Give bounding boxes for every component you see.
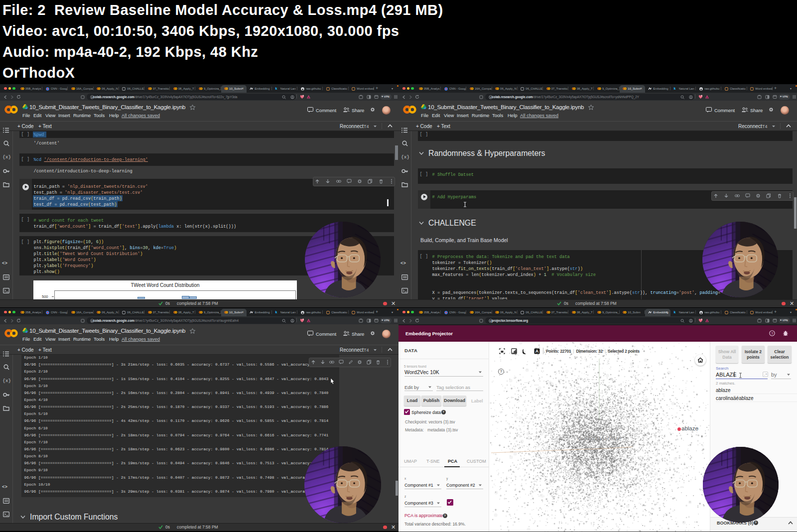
svg-text:A: A: [535, 349, 539, 354]
